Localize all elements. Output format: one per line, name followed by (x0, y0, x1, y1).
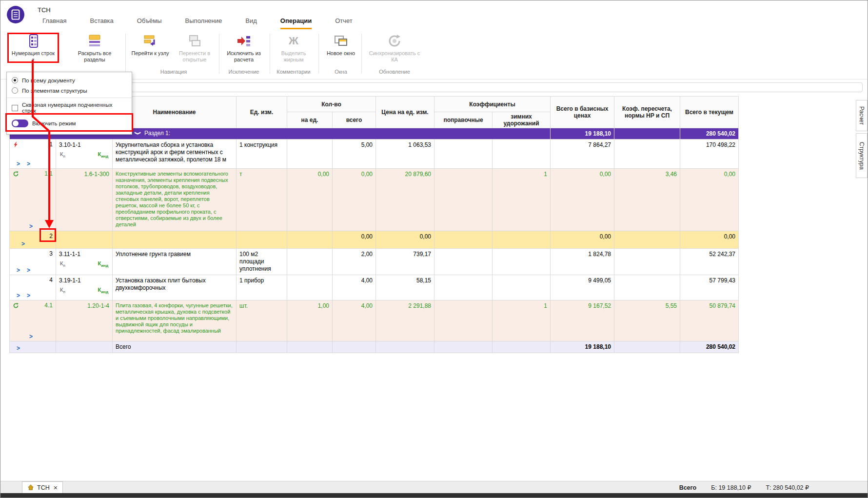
cell-base-total[interactable]: 1 824,78 (551, 249, 614, 275)
tab-vstavka[interactable]: Вставка (90, 17, 113, 29)
cell-coef-winter[interactable]: 1 (493, 300, 551, 341)
row-name[interactable]: Плита газовая, 4 конфорки, чугунные реше… (113, 300, 237, 341)
section-empty-cell[interactable] (614, 128, 680, 139)
cell-coef-winter[interactable] (493, 249, 551, 275)
cell-price[interactable]: 58,15 (376, 275, 434, 300)
row-unit[interactable]: 100 м2 площади уплотнения (237, 249, 287, 275)
cell-coef-popr[interactable] (434, 275, 493, 300)
cell-recalc[interactable] (614, 275, 680, 300)
cell-coef-winter[interactable] (493, 275, 551, 300)
row-code-cell[interactable] (56, 231, 113, 249)
expand-chevron-icon[interactable]: > (17, 160, 20, 167)
cell-price[interactable]: 1 063,53 (376, 139, 434, 169)
table-row[interactable]: 4.1 > 1.20-1-4 Плита газовая, 4 конфорки… (10, 300, 739, 341)
radio-by-structure[interactable]: По элементам структуры (7, 85, 132, 96)
section-base-total[interactable]: 19 188,10 (551, 128, 614, 139)
cell-coef-popr[interactable] (434, 300, 493, 341)
new-window-button[interactable]: Новое окно (322, 33, 359, 57)
tab-operacii[interactable]: Операции (280, 17, 312, 29)
cell-qty-total[interactable]: 4,00 (333, 275, 376, 300)
row-name[interactable] (113, 231, 237, 249)
cell-coef-popr[interactable] (434, 249, 493, 275)
row-name[interactable]: Укрупнительная сборка и установка констр… (113, 139, 237, 169)
row-code-cell[interactable]: 3.10-1-1 КпКинд (56, 139, 113, 169)
expand-chevron-icon[interactable]: > (17, 345, 20, 352)
row-unit[interactable]: т (237, 169, 287, 231)
cell-current-total[interactable]: 50 879,74 (680, 300, 739, 341)
row-icons-cell[interactable]: 4 >> (10, 275, 56, 300)
table-row[interactable]: 3 >> 3.11-1-1 КпКинд Уплотнение грунта г… (10, 249, 739, 275)
side-tab-raschet[interactable]: Расчет (856, 100, 868, 131)
tab-glavnaya[interactable]: Главная (42, 17, 66, 29)
row-unit[interactable]: 1 прибор (237, 275, 287, 300)
toggle-switch[interactable] (12, 120, 28, 127)
cell-recalc[interactable] (614, 249, 680, 275)
radio-selected-icon[interactable] (12, 77, 18, 83)
row-code-cell[interactable]: 3.19-1-1 КпКинд (56, 275, 113, 300)
cell-recalc[interactable] (614, 231, 680, 249)
expand-chevron-icon[interactable]: > (17, 292, 20, 299)
cell-coef-winter[interactable]: 1 (493, 169, 551, 231)
cell-coef-winter[interactable] (493, 139, 551, 169)
exclude-from-calc-button[interactable]: Исключить из расчета (223, 33, 265, 62)
row-code-cell[interactable] (56, 341, 113, 353)
dropdown-arrow-icon[interactable]: ▾ (32, 58, 35, 62)
side-tab-struktura[interactable]: Структура (856, 133, 868, 178)
expand-chevron-icon[interactable]: > (27, 267, 30, 274)
row-name[interactable]: Установка газовых плит бытовых двухкомфо… (113, 275, 237, 300)
row-icons-cell[interactable]: 2 > (10, 231, 56, 249)
numbering-rows-button[interactable]: Нумерация строк ▾ (9, 33, 57, 62)
table-row[interactable]: 1 >> 3.10-1-1 КпКинд Укрупнительная сбор… (10, 139, 739, 169)
cell-recalc[interactable]: 3,46 (614, 169, 680, 231)
row-icons-cell[interactable]: 3 >> (10, 249, 56, 275)
cell-current-total[interactable]: 0,00 (680, 231, 739, 249)
cell-qty-per[interactable] (287, 231, 333, 249)
toggle-enable-mode-item[interactable]: Включить режим (7, 116, 132, 131)
cell-qty-total[interactable]: 0,00 (333, 231, 376, 249)
row-code-cell[interactable]: 1.20-1-4 (56, 300, 113, 341)
row-icons-cell[interactable]: 1 >> (10, 139, 56, 169)
tab-vypolnenie[interactable]: Выполнение (185, 17, 222, 29)
expand-chevron-icon[interactable]: > (21, 240, 25, 247)
row-name[interactable]: Конструктивные элементы вспомогательного… (113, 169, 237, 231)
cell-recalc[interactable]: 5,55 (614, 300, 680, 341)
cell-price[interactable]: 2 291,88 (376, 300, 434, 341)
cell-base-total[interactable]: 7 864,27 (551, 139, 614, 169)
total-row[interactable]: > Всего 19 188,10 280 540,02 (10, 341, 739, 353)
cell-current-total[interactable]: 57 799,43 (680, 275, 739, 300)
tab-vid[interactable]: Вид (245, 17, 257, 29)
row-code-cell[interactable]: 1.6-1-300 (56, 169, 113, 231)
cell-coef-popr[interactable] (434, 231, 493, 249)
cell-current-total[interactable]: 0,00 (680, 169, 739, 231)
expand-all-sections-button[interactable]: Раскрыть все разделы (68, 33, 121, 62)
row-unit[interactable]: 1 конструкция (237, 139, 287, 169)
tab-otchet[interactable]: Отчет (335, 17, 353, 29)
cell-qty-total[interactable]: 0,00 (333, 169, 376, 231)
row-unit[interactable]: шт. (237, 300, 287, 341)
table-row[interactable]: 2 > 0,00 0,00 0,00 0,00 (10, 231, 739, 249)
expand-chevron-icon[interactable]: > (17, 267, 20, 274)
cell-qty-per[interactable] (287, 139, 333, 169)
cell-qty-per[interactable] (287, 249, 333, 275)
expand-chevron-icon[interactable]: > (27, 292, 30, 299)
expand-chevron-icon[interactable]: > (29, 223, 33, 230)
cell-qty-per[interactable]: 0,00 (287, 169, 333, 231)
cell-coef-popr[interactable] (434, 139, 493, 169)
row-icons-cell[interactable]: > (10, 341, 56, 353)
expand-chevron-icon[interactable]: > (29, 333, 33, 340)
cell-base-total[interactable]: 9 167,52 (551, 300, 614, 341)
filter-bar[interactable] (8, 82, 863, 92)
section-current-total[interactable]: 280 540,02 (680, 128, 739, 139)
cell-coef-winter[interactable] (493, 231, 551, 249)
table-row[interactable]: 4 >> 3.19-1-1 КпКинд Установка газовых п… (10, 275, 739, 300)
cell-qty-per[interactable]: 1,00 (287, 300, 333, 341)
cell-base-total[interactable]: 0,00 (551, 169, 614, 231)
table-row[interactable]: 1.1 > 1.6-1-300 Конструктивные элементы … (10, 169, 739, 231)
row-icons-cell[interactable]: 1.1 > (10, 169, 56, 231)
close-tab-icon[interactable]: × (54, 484, 58, 492)
cell-price[interactable]: 0,00 (376, 231, 434, 249)
checkbox-icon[interactable] (12, 105, 18, 111)
collapse-chevron-icon[interactable]: ❭ (135, 131, 141, 136)
cell-base-total[interactable]: 9 499,05 (551, 275, 614, 300)
row-icons-cell[interactable]: 4.1 > (10, 300, 56, 341)
